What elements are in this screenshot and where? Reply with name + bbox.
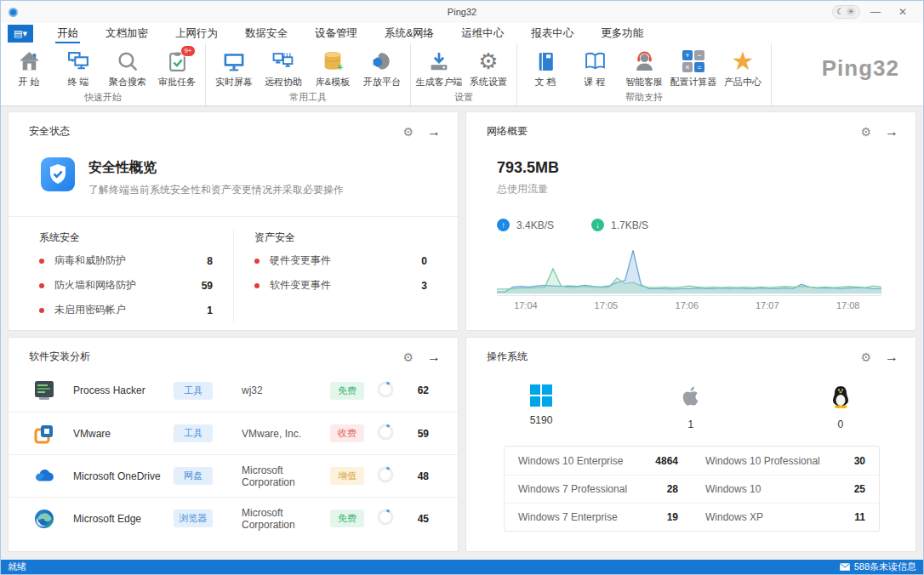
table-row: Windows 7 Enterprise19 Windows XP11 bbox=[505, 503, 879, 531]
apple-logo-icon bbox=[680, 384, 702, 411]
tab-system-network[interactable]: 系统&网络 bbox=[371, 23, 448, 43]
ribbon-item-realtime-screen[interactable]: 实时屏幕 bbox=[209, 47, 259, 88]
dashboard: 安全状态 ⚙ → 安全性概览 了解终端当前系统安全性和资产变更情况并采取必要操作 bbox=[1, 106, 923, 560]
smart-service-icon bbox=[633, 48, 656, 74]
ribbon-item-course[interactable]: 课 程 bbox=[570, 47, 619, 88]
ribbon-item-home[interactable]: 开 始 bbox=[4, 47, 54, 88]
linux-tux-icon bbox=[830, 384, 851, 411]
os-name: Windows XP bbox=[705, 511, 854, 523]
card-settings-icon[interactable]: ⚙ bbox=[402, 351, 414, 363]
tab-home[interactable]: 开始 bbox=[43, 23, 92, 43]
price-badge: 增值 bbox=[330, 467, 364, 485]
alert-dot-icon bbox=[39, 259, 44, 264]
sun-icon[interactable]: ☀ bbox=[846, 7, 856, 17]
alert-dot-icon bbox=[254, 283, 260, 288]
tab-device-management[interactable]: 设备管理 bbox=[301, 23, 371, 43]
software-vendor: Microsoft Corporation bbox=[242, 464, 330, 488]
close-button[interactable]: ✕ bbox=[891, 3, 915, 20]
realtime-screen-icon bbox=[222, 48, 246, 74]
edge-icon bbox=[34, 509, 54, 529]
card-security-status: 安全状态 ⚙ → 安全性概览 了解终端当前系统安全性和资产变更情况并采取必要操作 bbox=[8, 111, 459, 331]
ribbon-group-caption: 帮助支持 bbox=[521, 90, 767, 105]
ribbon-item-label: 开 始 bbox=[18, 76, 39, 88]
onedrive-icon bbox=[34, 466, 54, 487]
card-open-icon[interactable]: → bbox=[427, 350, 441, 364]
card-open-icon[interactable]: → bbox=[427, 125, 441, 139]
security-shield-icon bbox=[41, 157, 75, 194]
ribbon-group-settings: 生成客户端 ⚙ 系统设置 设置 bbox=[411, 43, 517, 105]
tab-doc-encryption[interactable]: 文档加密 bbox=[92, 23, 162, 43]
window-title: Ping32 bbox=[1, 7, 923, 17]
ribbon-item-label: 配置计算器 bbox=[670, 76, 717, 88]
os-name: Windows 10 Professional bbox=[705, 455, 854, 467]
card-open-icon[interactable]: → bbox=[885, 350, 898, 364]
card-settings-icon[interactable]: ⚙ bbox=[860, 351, 871, 363]
unread-messages-text: 588条未读信息 bbox=[854, 561, 916, 573]
card-settings-icon[interactable]: ⚙ bbox=[402, 126, 414, 138]
home-icon bbox=[18, 48, 41, 74]
course-icon bbox=[584, 48, 607, 74]
install-count: 45 bbox=[405, 513, 429, 525]
main-menu-button[interactable]: ▤▾ bbox=[8, 25, 33, 43]
install-count: 59 bbox=[405, 428, 429, 440]
ribbon-item-label: 文 档 bbox=[534, 76, 556, 88]
software-row: VMware 工具 VMware, Inc. 收费 59 bbox=[9, 412, 458, 454]
alert-dot-icon bbox=[254, 259, 260, 264]
ribbon-item-label: 审批任务 bbox=[158, 76, 196, 88]
ribbon-item-system-settings[interactable]: ⚙ 系统设置 bbox=[464, 47, 513, 88]
security-item: 病毒和威胁防护 8 bbox=[39, 248, 213, 273]
tab-report-center[interactable]: 报表中心 bbox=[517, 23, 587, 43]
ribbon-item-approval-tasks[interactable]: 9+ 审批任务 bbox=[152, 47, 202, 88]
card-title: 操作系统 bbox=[487, 350, 528, 364]
theme-toggle[interactable]: ☾ ☀ bbox=[832, 5, 860, 19]
card-settings-icon[interactable]: ⚙ bbox=[860, 126, 871, 138]
svg-text:✳: ✳ bbox=[336, 62, 344, 71]
ribbon-item-aggregate-search[interactable]: 聚合搜索 bbox=[103, 47, 152, 88]
os-value: 11 bbox=[854, 511, 865, 523]
security-overview-desc: 了解终端当前系统安全性和资产变更情况并采取必要操作 bbox=[88, 183, 344, 197]
card-open-icon[interactable]: → bbox=[885, 125, 898, 139]
ribbon-item-smart-service[interactable]: 智能客服 bbox=[619, 47, 669, 88]
brand-watermark: Ping32 bbox=[822, 55, 899, 82]
tab-data-security[interactable]: 数据安全 bbox=[231, 23, 301, 43]
ribbon: 开 始 终 端 聚合搜索 9+ bbox=[1, 43, 923, 106]
card-title: 软件安装分析 bbox=[29, 350, 90, 364]
tab-web-behavior[interactable]: 上网行为 bbox=[162, 23, 231, 43]
category-badge: 工具 bbox=[174, 382, 213, 400]
security-item: 防火墙和网络防护 59 bbox=[39, 273, 213, 298]
process-hacker-icon bbox=[34, 380, 54, 401]
tab-more-features[interactable]: 更多功能 bbox=[587, 23, 657, 43]
library-template-icon: ✳ bbox=[321, 48, 345, 74]
ribbon-item-library-template[interactable]: ✳ 库&模板 bbox=[308, 47, 357, 88]
software-vendor: VMware, Inc. bbox=[242, 428, 330, 440]
security-item-label: 软件变更事件 bbox=[270, 278, 421, 293]
chart-x-axis: 17:04 17:05 17:06 17:07 17:08 bbox=[497, 300, 881, 314]
ribbon-item-product-center[interactable]: ★ 产品中心 bbox=[718, 47, 767, 88]
os-count: 0 bbox=[838, 418, 844, 430]
install-count: 48 bbox=[405, 470, 429, 482]
download-rate: ↓ 1.7KB/S bbox=[591, 219, 648, 231]
ribbon-group-help-support: 文 档 课 程 智能客服 +−×= bbox=[517, 43, 772, 105]
ribbon-item-generate-client[interactable]: 生成客户端 bbox=[414, 47, 464, 88]
network-traffic-chart: 17:04 17:05 17:06 17:07 17:08 bbox=[497, 240, 881, 314]
download-rate-value: 1.7KB/S bbox=[611, 219, 648, 231]
category-badge: 网盘 bbox=[174, 467, 213, 485]
ribbon-item-open-platform[interactable]: 开放平台 bbox=[357, 47, 407, 88]
security-item-label: 硬件变更事件 bbox=[270, 253, 421, 268]
price-badge: 免费 bbox=[330, 510, 364, 527]
os-name: Windows 7 Professional bbox=[518, 483, 667, 495]
os-stat-linux: 0 bbox=[766, 384, 915, 430]
ribbon-item-terminal[interactable]: 终 端 bbox=[54, 47, 103, 88]
x-tick: 17:08 bbox=[836, 300, 860, 310]
tab-ops-center[interactable]: 运维中心 bbox=[448, 23, 517, 43]
minimize-button[interactable]: — bbox=[864, 3, 887, 20]
section-title: 资产安全 bbox=[254, 231, 427, 245]
os-count: 5190 bbox=[530, 414, 553, 426]
ribbon-item-remote-assist[interactable]: 远程协助 bbox=[259, 47, 308, 88]
ribbon-item-document[interactable]: 文 档 bbox=[521, 47, 570, 88]
moon-icon[interactable]: ☾ bbox=[836, 8, 844, 16]
security-item: 硬件变更事件 0 bbox=[254, 248, 427, 273]
ribbon-item-config-calculator[interactable]: +−×= 配置计算器 bbox=[669, 47, 718, 88]
unread-messages[interactable]: 588条未读信息 bbox=[840, 561, 916, 573]
software-vendor: Microsoft Corporation bbox=[242, 507, 330, 531]
